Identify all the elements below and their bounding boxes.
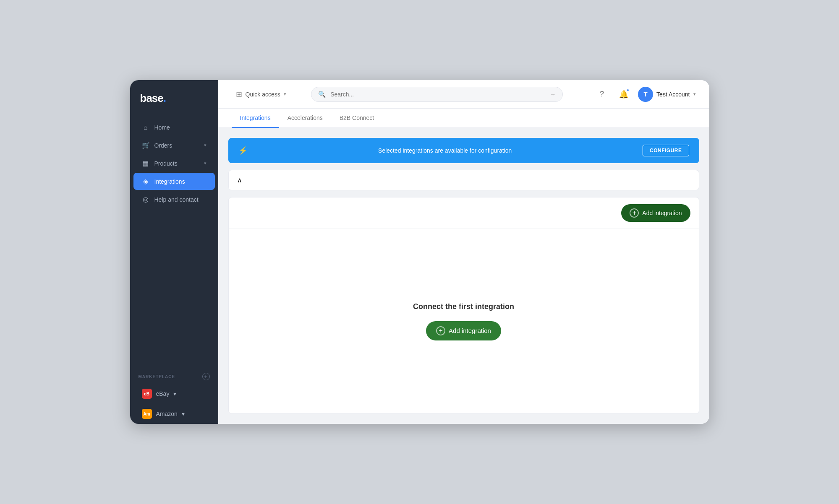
add-integration-center-button[interactable]: + Add integration (426, 321, 501, 340)
sidebar-item-ebay[interactable]: eB eBay ▾ (133, 384, 215, 403)
header-actions: ? 🔔 T Test Account ▾ (594, 87, 695, 102)
sidebar-item-label: Products (154, 160, 178, 167)
search-icon: 🔍 (318, 91, 326, 98)
chevron-down-icon: ▾ (204, 143, 206, 148)
help-button[interactable]: ? (594, 87, 609, 102)
sidebar-item-label: Integrations (154, 178, 185, 185)
chevron-down-icon: ▾ (284, 91, 286, 97)
chevron-down-icon: ▾ (693, 91, 696, 97)
amazon-label: Amazon (156, 410, 178, 417)
filter-chevron-icon: ∧ (237, 176, 242, 184)
tabs: Integrations Accelerations B2B Connect (218, 109, 709, 128)
content-area: ⚡ Selected integrations are available fo… (218, 128, 709, 424)
sidebar-item-integrations[interactable]: ◈ Integrations (133, 173, 215, 190)
plus-icon: + (436, 326, 445, 335)
notifications-button[interactable]: 🔔 (616, 87, 631, 102)
sidebar-item-label: Home (154, 124, 170, 131)
sidebar-nav: ⌂ Home 🛒 Orders ▾ ▦ Products ▾ ◈ Integra… (130, 115, 218, 366)
banner-text: Selected integrations are available for … (253, 147, 638, 154)
help-icon: ◎ (142, 195, 149, 203)
plus-icon: + (630, 208, 639, 218)
configuration-banner: ⚡ Selected integrations are available fo… (228, 138, 699, 163)
sidebar-item-orders[interactable]: 🛒 Orders ▾ (133, 137, 215, 154)
panel-header: + Add integration (229, 197, 699, 229)
integrations-icon: ◈ (142, 177, 149, 185)
quick-access-button[interactable]: ⊞ Quick access ▾ (232, 87, 290, 101)
logo-text: base. (140, 92, 166, 105)
configure-button[interactable]: CONFIGURE (643, 145, 689, 156)
products-icon: ▦ (142, 159, 149, 167)
question-icon: ? (600, 90, 604, 99)
sidebar: base. ⌂ Home 🛒 Orders ▾ ▦ Products ▾ ◈ I… (130, 80, 218, 424)
integration-panel: + Add integration Connect the first inte… (228, 197, 699, 414)
chevron-down-icon: ▾ (182, 410, 185, 417)
user-name: Test Account (656, 91, 690, 98)
amazon-badge: Am (142, 409, 152, 419)
orders-icon: 🛒 (142, 141, 149, 149)
empty-state: Connect the first integration + Add inte… (229, 229, 699, 413)
user-avatar: T (638, 87, 653, 102)
logo: base. (130, 80, 218, 115)
ebay-badge: eB (142, 389, 152, 399)
empty-title: Connect the first integration (413, 302, 514, 311)
sidebar-item-label: Help and contact (154, 196, 199, 203)
chevron-down-icon: ▾ (173, 390, 176, 397)
quick-access-label: Quick access (246, 91, 280, 98)
marketplace-label: MARKETPLACE + (139, 373, 210, 380)
notification-dot (626, 88, 630, 92)
ebay-label: eBay (156, 390, 170, 397)
add-integration-button[interactable]: + Add integration (621, 204, 690, 222)
marketplace-add-button[interactable]: + (202, 373, 210, 380)
banner-icon: ⚡ (238, 146, 248, 155)
user-menu[interactable]: T Test Account ▾ (638, 87, 695, 102)
layout-icon: ⊞ (236, 90, 242, 99)
add-integration-center-label: Add integration (449, 327, 491, 334)
marketplace-section: MARKETPLACE + (130, 366, 218, 384)
filter-bar[interactable]: ∧ (228, 170, 699, 190)
add-integration-label: Add integration (642, 210, 682, 216)
search-bar[interactable]: 🔍 → (311, 87, 563, 102)
main-content: ⊞ Quick access ▾ 🔍 → ? 🔔 T Test A (218, 80, 709, 424)
tab-b2b-connect[interactable]: B2B Connect (331, 109, 383, 128)
sidebar-item-help[interactable]: ◎ Help and contact (133, 191, 215, 208)
sidebar-item-products[interactable]: ▦ Products ▾ (133, 155, 215, 172)
sidebar-item-label: Orders (154, 142, 173, 149)
sidebar-item-home[interactable]: ⌂ Home (133, 119, 215, 136)
chevron-down-icon: ▾ (204, 161, 206, 166)
tab-integrations[interactable]: Integrations (232, 109, 279, 128)
header: ⊞ Quick access ▾ 🔍 → ? 🔔 T Test A (218, 80, 709, 109)
tab-accelerations[interactable]: Accelerations (279, 109, 331, 128)
home-icon: ⌂ (142, 124, 149, 131)
sidebar-item-amazon[interactable]: Am Amazon ▾ (133, 405, 215, 423)
search-input[interactable] (330, 91, 546, 98)
search-arrow-icon: → (550, 91, 556, 98)
